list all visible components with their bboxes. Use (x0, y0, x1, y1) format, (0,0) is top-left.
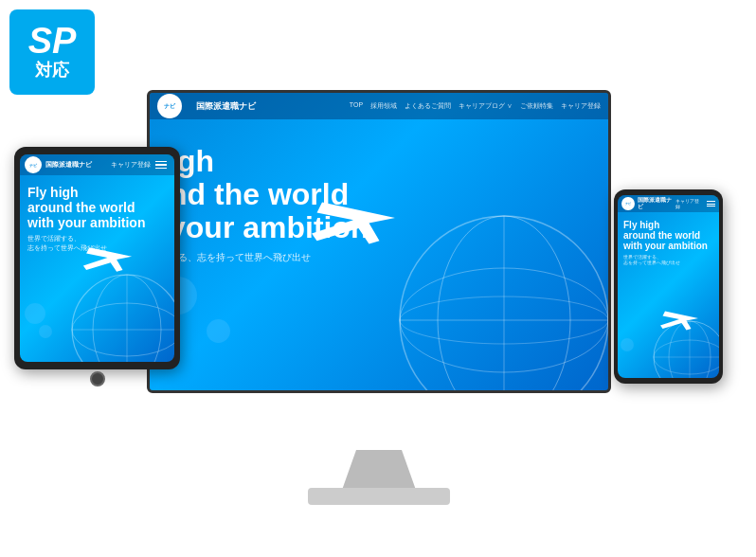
tablet-navbar: ナビ 国際派遣職ナビ キャリア登録 (20, 154, 174, 175)
tablet-hero-line1: Fly high (27, 185, 145, 200)
phone-logo: ナビ (621, 197, 635, 210)
tablet-logo: ナビ (25, 156, 42, 173)
monitor-hero-line2: igh (169, 145, 369, 178)
tablet-hero-text: Fly high around the world with your ambi… (27, 185, 145, 253)
phone-hero-line3: with your ambition (623, 241, 708, 251)
sp-text: SP (28, 23, 77, 59)
phone-career-reg: キャリア登録 (675, 198, 703, 209)
nav-link-career-blog[interactable]: キャリアブログ ∨ (459, 101, 513, 111)
tablet-hero-line2: around the world (27, 200, 145, 215)
tablet-screen: ナビ 国際派遣職ナビ キャリア登録 Fly high around the wo… (20, 154, 174, 362)
phone-airplane (656, 309, 703, 332)
monitor-nav-title: 国際派遣職ナビ (196, 100, 256, 113)
phone-nav-title: 国際派遣職ナビ (638, 197, 676, 210)
nav-link-career-reg[interactable]: キャリア登録 (561, 101, 601, 111)
phone-hero-jp2: 志を持って世界へ飛び出せ (623, 260, 708, 265)
monitor-globe (381, 188, 611, 393)
nav-link-faq[interactable]: よくあるご質問 (405, 101, 451, 111)
phone-navbar: ナビ 国際派遣職ナビ キャリア登録 (618, 195, 719, 212)
monitor-screen-content: ナビ 国際派遣職ナビ TOP 採用領域 よくあるご質問 キャリアブログ ∨ ご依… (150, 93, 608, 390)
tablet: ナビ 国際派遣職ナビ キャリア登録 Fly high around the wo… (14, 147, 180, 369)
phone-hero-line2: around the world (623, 230, 708, 241)
taiou-text: 対応 (35, 59, 69, 81)
tablet-nav-title: 国際派遣職ナビ (45, 160, 92, 170)
monitor-hero-jp: する、志を持って世界へ飛び出せ (169, 251, 369, 264)
sp-badge: SP 対応 (9, 9, 95, 95)
tablet-hero-jp1: 世界で活躍する、 (27, 234, 145, 243)
phone: ナビ 国際派遣職ナビ キャリア登録 Fly high around the wo… (614, 189, 723, 384)
monitor-base (308, 488, 450, 505)
monitor-logo: ナビ (157, 94, 182, 118)
nav-link-saiyo[interactable]: 採用領域 (370, 101, 397, 111)
monitor-airplane (301, 197, 405, 249)
tablet-airplane (77, 244, 138, 275)
monitor-screen: ナビ 国際派遣職ナビ TOP 採用領域 よくあるご質問 キャリアブログ ∨ ご依… (147, 90, 611, 393)
nav-link-top[interactable]: TOP (350, 101, 363, 111)
phone-menu-icon[interactable] (707, 201, 715, 207)
tablet-hero-line3: with your ambition (27, 215, 145, 230)
phone-hero-text: Fly high around the world with your ambi… (623, 220, 708, 265)
nav-link-tokushu[interactable]: ご依頼特集 (520, 101, 553, 111)
monitor-stand (341, 450, 417, 493)
monitor-navbar: ナビ 国際派遣職ナビ TOP 採用領域 よくあるご質問 キャリアブログ ∨ ご依… (150, 93, 608, 119)
monitor: ナビ 国際派遣職ナビ TOP 採用領域 よくあるご質問 キャリアブログ ∨ ご依… (147, 90, 611, 450)
phone-hero-line1: Fly high (623, 220, 708, 230)
phone-screen: ナビ 国際派遣職ナビ キャリア登録 Fly high around the wo… (618, 195, 719, 378)
tablet-menu-icon[interactable] (155, 161, 170, 170)
monitor-nav-links: TOP 採用領域 よくあるご質問 キャリアブログ ∨ ご依頼特集 キャリア登録 (350, 101, 601, 111)
tablet-home-button[interactable] (90, 371, 105, 386)
devices-container: ナビ 国際派遣職ナビ TOP 採用領域 よくあるご質問 キャリアブログ ∨ ご依… (0, 0, 756, 557)
tablet-career-reg: キャリア登録 (111, 160, 151, 170)
